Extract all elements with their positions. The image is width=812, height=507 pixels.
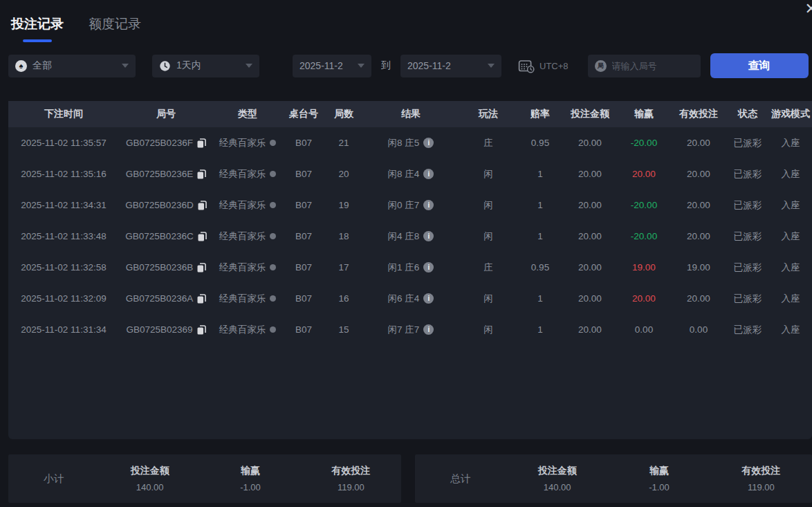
info-icon[interactable]: i xyxy=(423,200,434,210)
chevron-down-icon xyxy=(246,64,252,68)
tab-bar: 投注记录 额度记录 xyxy=(11,15,141,42)
column-header-game-mode: 游戏模式 xyxy=(769,108,812,120)
date-to-select[interactable]: 2025-11-2 xyxy=(400,55,501,77)
cell-round-no: 17 xyxy=(325,262,362,273)
copy-icon[interactable] xyxy=(197,294,206,304)
timezone-label: UTC+8 xyxy=(539,61,569,71)
search-button[interactable]: 查询 xyxy=(710,53,809,78)
table-row: 2025-11-02 11:33:48GB0725B0236C经典百家乐B071… xyxy=(8,221,812,252)
type-dot-icon xyxy=(270,264,276,270)
date-from-select[interactable]: 2025-11-2 xyxy=(293,55,371,77)
cell-game-mode: 入座 xyxy=(769,137,812,149)
cell-result: 闲8 庄5i xyxy=(362,137,459,149)
cell-table-no: B07 xyxy=(282,200,325,210)
info-icon[interactable]: i xyxy=(423,324,434,335)
column-header-win-loss: 输赢 xyxy=(617,108,671,120)
cell-odds: 1 xyxy=(517,324,563,335)
active-tab-underline xyxy=(23,39,52,42)
cell-odds: 0.95 xyxy=(517,138,563,148)
total-label: 总计 xyxy=(415,472,506,486)
time-range-select[interactable]: 1天内 xyxy=(152,55,259,77)
game-type-select[interactable]: ♠ 全部 xyxy=(8,55,136,77)
column-header-round-id: 局号 xyxy=(119,108,213,120)
cell-result: 闲8 庄4i xyxy=(362,168,459,181)
info-icon[interactable]: i xyxy=(423,231,434,241)
cell-bet-amount: 20.00 xyxy=(563,231,617,241)
info-icon[interactable]: i xyxy=(423,262,434,273)
table-row: 2025-11-02 11:31:34GB0725B02369经典百家乐B071… xyxy=(8,314,812,345)
clock-icon xyxy=(159,60,171,72)
cell-result: 闲4 庄8i xyxy=(362,230,459,243)
subtotal-label: 小计 xyxy=(8,472,100,486)
cell-round-no: 19 xyxy=(325,200,362,210)
tab-quota-records[interactable]: 额度记录 xyxy=(89,15,141,42)
cell-valid-bet: 20.00 xyxy=(671,169,726,179)
info-icon[interactable]: i xyxy=(423,138,434,148)
cell-round-id: GB0725B0236D xyxy=(119,200,213,210)
copy-icon[interactable] xyxy=(198,201,207,210)
cell-game-type: 经典百家乐 xyxy=(213,199,282,212)
cell-game-type: 经典百家乐 xyxy=(213,230,282,243)
date-to-value: 2025-11-2 xyxy=(407,60,451,71)
cell-game-mode: 入座 xyxy=(769,168,812,181)
table-row: 2025-11-02 11:34:31GB0725B0236D经典百家乐B071… xyxy=(8,190,812,221)
game-type-value: 全部 xyxy=(33,59,52,72)
summary-win-value: -1.00 xyxy=(200,482,300,492)
summary-bar: 小计 投注金额 140.00 输赢 -1.00 有效投注 119.00 总计 投… xyxy=(8,454,812,503)
chevron-down-icon xyxy=(358,64,365,68)
copy-icon[interactable] xyxy=(198,232,207,241)
cell-round-id: GB0725B0236E xyxy=(119,169,213,179)
subtotal-win: 输赢 -1.00 xyxy=(200,465,300,492)
column-header-status: 状态 xyxy=(726,108,769,120)
cell-win-loss: 20.00 xyxy=(617,169,671,179)
cell-win-loss: -20.00 xyxy=(617,231,671,241)
cell-round-id: GB0725B0236C xyxy=(119,231,213,241)
close-icon[interactable]: ✕ xyxy=(805,1,812,17)
cell-bet-amount: 20.00 xyxy=(563,324,617,335)
column-header-result: 结果 xyxy=(362,108,459,120)
cell-odds: 1 xyxy=(517,169,563,179)
cell-status: 已派彩 xyxy=(726,199,769,212)
copy-icon[interactable] xyxy=(197,325,206,335)
cell-play: 闲 xyxy=(459,168,517,181)
cell-table-no: B07 xyxy=(282,293,325,304)
cell-game-mode: 入座 xyxy=(769,261,812,274)
cell-round-no: 20 xyxy=(325,169,362,179)
cell-bet-time: 2025-11-02 11:32:58 xyxy=(8,262,119,273)
type-dot-icon xyxy=(270,171,276,177)
cell-status: 已派彩 xyxy=(726,230,769,243)
cell-status: 已派彩 xyxy=(726,168,769,181)
cell-game-type: 经典百家乐 xyxy=(213,137,282,149)
cell-result: 闲0 庄7i xyxy=(362,199,459,212)
cell-round-id: GB0725B0236A xyxy=(119,293,213,304)
cell-bet-amount: 20.00 xyxy=(563,293,617,304)
cell-table-no: B07 xyxy=(282,324,325,335)
cell-play: 闲 xyxy=(459,230,517,243)
subtotal-bet: 投注金额 140.00 xyxy=(100,465,200,492)
round-number-field[interactable]: 局 xyxy=(588,55,701,77)
copy-icon[interactable] xyxy=(197,169,206,179)
copy-icon[interactable] xyxy=(197,263,206,273)
column-header-odds: 赔率 xyxy=(517,108,563,120)
type-dot-icon xyxy=(270,326,276,333)
cell-play: 闲 xyxy=(459,324,517,336)
cell-win-loss: -20.00 xyxy=(617,138,671,148)
cell-win-loss: 19.00 xyxy=(617,262,671,273)
type-dot-icon xyxy=(270,233,276,239)
cell-valid-bet: 20.00 xyxy=(671,231,726,241)
cell-status: 已派彩 xyxy=(726,324,769,336)
table-row: 2025-11-02 11:32:58GB0725B0236B经典百家乐B071… xyxy=(8,252,812,283)
cell-table-no: B07 xyxy=(282,262,325,273)
cell-table-no: B07 xyxy=(282,231,325,241)
info-icon[interactable]: i xyxy=(423,169,434,179)
round-number-input[interactable] xyxy=(612,61,688,71)
records-table: 下注时间 局号 类型 桌台号 局数 结果 玩法 赔率 投注金额 输赢 有效投注 … xyxy=(8,101,812,439)
copy-icon[interactable] xyxy=(197,138,206,148)
cell-game-type: 经典百家乐 xyxy=(213,261,282,274)
tab-betting-records[interactable]: 投注记录 xyxy=(11,15,64,42)
info-icon[interactable]: i xyxy=(423,293,434,304)
cell-odds: 1 xyxy=(517,231,563,241)
cell-round-id: GB0725B0236B xyxy=(119,262,213,273)
cell-status: 已派彩 xyxy=(726,293,769,305)
type-dot-icon xyxy=(270,140,276,146)
